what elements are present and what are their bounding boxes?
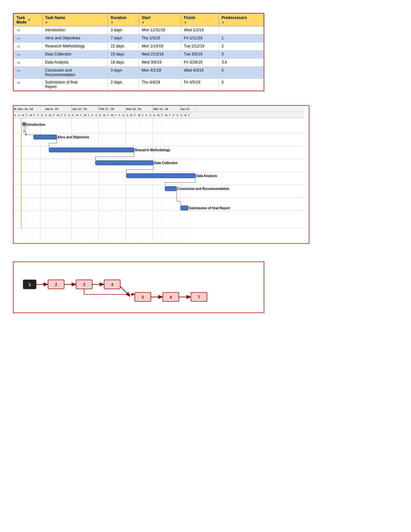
svg-text:S: S: [41, 114, 43, 117]
svg-text:Data Analysis: Data Analysis: [196, 174, 217, 178]
svg-text:T: T: [169, 114, 171, 117]
task-start-cell: Wed 3/6/19: [139, 59, 181, 67]
svg-text:M: M: [130, 114, 132, 117]
svg-text:M: M: [184, 114, 187, 117]
svg-text:1: 1: [28, 282, 31, 287]
task-mode-cell: ⇒: [14, 79, 43, 91]
network-section: 1 2 3 4 5: [13, 261, 264, 313]
svg-text:Apr 21: Apr 21: [181, 107, 190, 111]
svg-text:F: F: [64, 114, 66, 117]
task-mode-icon: ⇒: [16, 52, 20, 57]
svg-text:S: S: [122, 114, 124, 117]
table-section: TaskMode ▼ Task Name ▼ Duration ▼ Start …: [13, 13, 264, 91]
svg-text:4: 4: [111, 282, 113, 287]
svg-text:W: W: [57, 114, 59, 117]
svg-text:M: M: [103, 114, 105, 117]
svg-text:S: S: [14, 114, 16, 117]
svg-text:M: M: [49, 114, 51, 117]
svg-text:W: W: [111, 114, 113, 117]
task-mode-cell: ⇒: [14, 26, 43, 34]
svg-text:M: M: [22, 114, 24, 117]
network-svg: 1 2 3 4 5: [20, 269, 259, 307]
task-mode-cell: ⇒: [14, 67, 43, 79]
task-start-cell: Wed 2/13/19: [139, 51, 181, 59]
task-finish-cell: Wed 1/2/19: [181, 26, 219, 34]
task-duration-cell: 2 days: [108, 79, 139, 91]
svg-text:M: M: [157, 114, 160, 117]
task-name-cell: Submission of finalReport: [42, 79, 108, 91]
svg-text:Introduction: Introduction: [26, 123, 45, 126]
svg-text:Data Collection: Data Collection: [154, 161, 178, 165]
svg-text:W: W: [30, 114, 32, 117]
task-mode-icon: ⇒: [16, 44, 20, 49]
task-start-cell: Thu 4/4/19: [139, 79, 181, 91]
svg-text:T: T: [88, 114, 89, 117]
svg-text:3: 3: [83, 282, 85, 287]
svg-text:6: 6: [170, 295, 172, 300]
svg-rect-124: [34, 135, 57, 139]
task-name-cell: Conclusion andRecommendetion: [42, 67, 108, 79]
task-mode-icon: ⇒: [16, 80, 20, 85]
task-duration-cell: 22 days: [108, 43, 139, 51]
task-duration-cell: 3 days: [108, 67, 139, 79]
task-finish-cell: Fri 3/29/19: [181, 59, 219, 67]
task-start-cell: Mon 12/31/18: [139, 26, 181, 34]
svg-text:Dec 16, '18: Dec 16, '18: [18, 107, 33, 111]
svg-text:W: W: [165, 114, 168, 117]
col-header-finish[interactable]: Finish ▼: [181, 14, 219, 26]
task-mode-icon: ⇒: [16, 28, 20, 33]
svg-text:T: T: [142, 114, 143, 117]
svg-text:S: S: [150, 114, 152, 117]
svg-text:Conclusion and Recommendetion: Conclusion and Recommendetion: [177, 187, 230, 191]
task-name-cell: Data Collection: [42, 51, 108, 59]
svg-rect-126: [49, 148, 134, 152]
svg-text:W: W: [138, 114, 141, 117]
svg-text:T: T: [53, 114, 54, 117]
col-header-task-mode[interactable]: TaskMode ▼: [14, 14, 43, 26]
svg-text:T: T: [188, 114, 190, 117]
svg-text:T: T: [107, 114, 109, 117]
task-finish-cell: Tue 2/12/19: [181, 43, 219, 51]
svg-text:T: T: [115, 114, 116, 117]
svg-text:Jan 27, '19: Jan 27, '19: [72, 107, 87, 111]
task-mode-icon: ⇒: [16, 68, 20, 73]
task-pred-cell: 5: [219, 67, 264, 79]
task-pred-cell: 1: [219, 34, 264, 43]
svg-text:S: S: [99, 114, 101, 117]
svg-text:S: S: [177, 114, 179, 117]
svg-rect-132: [165, 186, 177, 191]
col-header-start[interactable]: Start ▼: [139, 14, 181, 26]
task-name-cell: Aims and Objectives: [42, 34, 108, 43]
task-duration-cell: 18 days: [108, 59, 139, 67]
task-pred-cell: [219, 26, 264, 34]
svg-text:T: T: [34, 114, 35, 117]
svg-text:S: S: [153, 114, 155, 117]
task-name-cell: Introduction: [42, 26, 108, 34]
svg-text:Mar 31, '19: Mar 31, '19: [153, 107, 168, 111]
svg-text:W: W: [84, 114, 86, 117]
gantt-svg: B Dec 16, '18 Jan 6, '19 Jan 27, '19 Feb…: [14, 106, 304, 243]
svg-text:Feb 17, '19: Feb 17, '19: [99, 107, 114, 111]
svg-text:F: F: [92, 114, 93, 117]
svg-text:F: F: [37, 114, 39, 117]
svg-text:S: S: [45, 114, 47, 117]
task-duration-cell: 3 days: [108, 26, 139, 34]
svg-text:T: T: [80, 114, 82, 117]
task-mode-cell: ⇒: [14, 34, 43, 43]
task-duration-cell: 15 days: [108, 51, 139, 59]
svg-marker-123: [23, 131, 25, 133]
svg-text:S: S: [126, 114, 128, 117]
col-header-predecessors[interactable]: Predecessors ▼: [219, 14, 264, 26]
task-pred-cell: 2: [219, 43, 264, 51]
task-mode-cell: ⇒: [14, 59, 43, 67]
col-header-duration[interactable]: Duration ▼: [108, 14, 139, 26]
task-mode-cell: ⇒: [14, 51, 43, 59]
svg-rect-130: [126, 173, 195, 178]
task-finish-cell: Tue 3/5/19: [181, 51, 219, 59]
svg-text:T: T: [161, 114, 163, 117]
svg-text:T: T: [61, 114, 62, 117]
col-header-task-name[interactable]: Task Name ▼: [42, 14, 108, 26]
task-finish-cell: Fri 4/5/19: [181, 79, 219, 91]
svg-text:B: B: [14, 107, 16, 111]
svg-text:5: 5: [142, 295, 144, 300]
